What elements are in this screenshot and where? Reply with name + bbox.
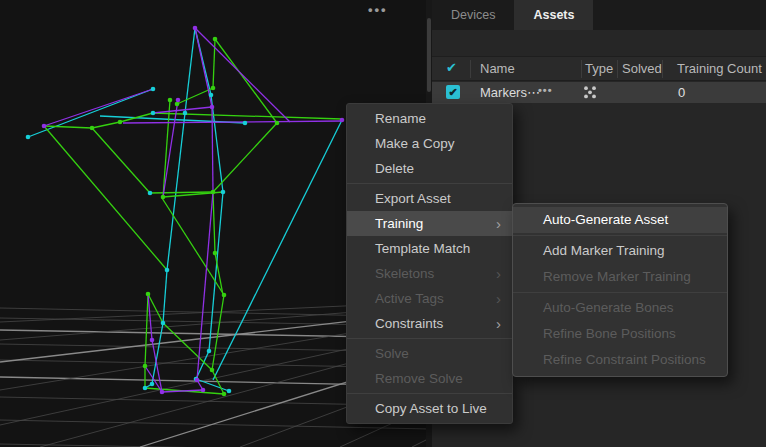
menu-separator: [347, 393, 512, 394]
menu-item-training[interactable]: Training›: [347, 211, 512, 236]
menu-item-auto-generate-bones: Auto-Generate Bones: [513, 295, 727, 321]
menu-item-label: Copy Asset to Live: [375, 401, 487, 416]
application-window: ••• Devices Assets ✔ Name Type Solved Tr…: [0, 0, 766, 447]
menu-item-label: Remove Marker Training: [543, 269, 691, 284]
menu-item-label: Solve: [375, 346, 409, 361]
menu-item-auto-generate-asset[interactable]: Auto-Generate Asset: [513, 207, 727, 233]
menu-item-label: Rename: [375, 111, 426, 126]
menu-item-label: Active Tags: [375, 291, 444, 306]
menu-item-solve: Solve: [347, 341, 512, 366]
column-header-training-count[interactable]: Training Count: [677, 61, 762, 76]
scrollbar-thumb[interactable]: [427, 18, 431, 92]
menu-item-refine-constraint-positions: Refine Constraint Positions: [513, 347, 727, 373]
viewport-more-icon[interactable]: •••: [368, 2, 388, 17]
menu-item-label: Template Match: [375, 241, 470, 256]
menu-item-active-tags: Active Tags›: [347, 286, 512, 311]
submenu-arrow-icon: ›: [496, 286, 501, 311]
column-header-name[interactable]: Name: [480, 61, 515, 76]
menu-item-label: Auto-Generate Bones: [543, 300, 674, 315]
column-header-solved[interactable]: Solved: [622, 61, 662, 76]
menu-item-label: Make a Copy: [375, 136, 455, 151]
menu-item-make-a-copy[interactable]: Make a Copy: [347, 131, 512, 156]
menu-item-add-marker-training[interactable]: Add Marker Training: [513, 238, 727, 264]
submenu-arrow-icon: ›: [496, 311, 501, 336]
menu-item-constraints[interactable]: Constraints›: [347, 311, 512, 336]
menu-item-label: Remove Solve: [375, 371, 463, 386]
menu-item-label: Auto-Generate Asset: [543, 212, 668, 227]
training-count-value: 0: [678, 85, 685, 100]
markerset-dots-icon: [582, 85, 598, 104]
menu-item-label: Refine Bone Positions: [543, 326, 676, 341]
submenu-arrow-icon: ›: [496, 261, 501, 286]
menu-item-label: Delete: [375, 161, 414, 176]
asset-name-label[interactable]: Markers⋯: [480, 85, 540, 100]
table-header: ✔ Name Type Solved Training Count: [432, 56, 766, 81]
training-submenu: Auto-Generate AssetAdd Marker TrainingRe…: [512, 203, 728, 377]
menu-item-template-match[interactable]: Template Match: [347, 236, 512, 261]
menu-item-remove-solve: Remove Solve: [347, 366, 512, 391]
tab-assets[interactable]: Assets: [514, 0, 593, 30]
menu-separator: [513, 292, 727, 293]
menu-item-remove-marker-training: Remove Marker Training: [513, 264, 727, 290]
menu-item-label: Refine Constraint Positions: [543, 352, 706, 367]
column-separator: [470, 60, 471, 78]
menu-item-label: Training: [375, 216, 423, 231]
select-all-check-icon[interactable]: ✔: [446, 60, 457, 75]
menu-item-label: Export Asset: [375, 191, 451, 206]
panel-tabbar: Devices Assets: [432, 0, 766, 30]
menu-item-label: Constraints: [375, 316, 443, 331]
menu-item-skeletons: Skeletons›: [347, 261, 512, 286]
menu-separator: [513, 235, 727, 236]
menu-separator: [347, 183, 512, 184]
column-separator: [662, 60, 663, 78]
tab-devices[interactable]: Devices: [432, 0, 514, 30]
menu-item-copy-asset-to-live[interactable]: Copy Asset to Live: [347, 396, 512, 421]
column-separator: [581, 60, 582, 78]
menu-item-delete[interactable]: Delete: [347, 156, 512, 181]
column-header-type[interactable]: Type: [585, 61, 613, 76]
menu-item-rename[interactable]: Rename: [347, 106, 512, 131]
row-checkbox[interactable]: ✔: [446, 85, 460, 99]
asset-table-row[interactable]: ✔ Markers⋯ ••• 0: [432, 82, 766, 103]
menu-item-export-asset[interactable]: Export Asset: [347, 186, 512, 211]
row-more-icon[interactable]: •••: [538, 84, 553, 96]
submenu-arrow-icon: ›: [496, 211, 501, 236]
menu-item-label: Add Marker Training: [543, 243, 665, 258]
asset-context-menu: RenameMake a CopyDeleteExport AssetTrain…: [346, 103, 513, 424]
menu-item-label: Skeletons: [375, 266, 434, 281]
column-separator: [617, 60, 618, 78]
menu-separator: [347, 338, 512, 339]
menu-item-refine-bone-positions: Refine Bone Positions: [513, 321, 727, 347]
